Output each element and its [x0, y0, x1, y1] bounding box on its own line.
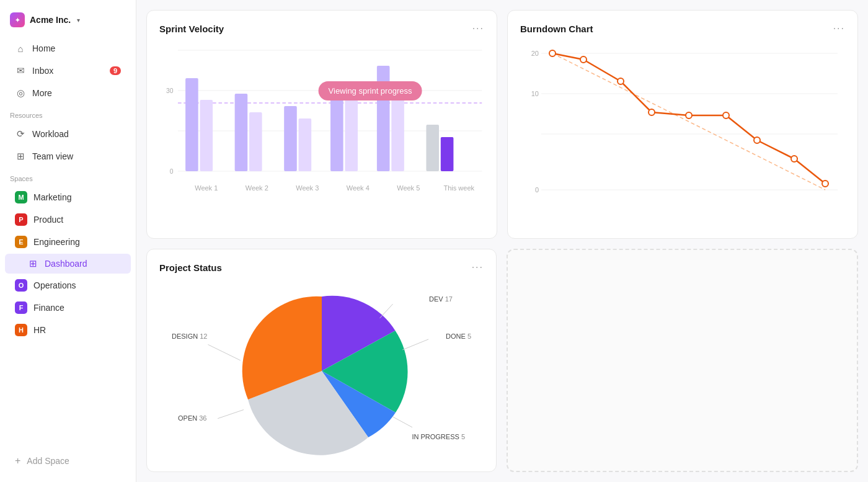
space-label-finance: Finance	[33, 303, 64, 313]
add-space-label: Add Space	[27, 456, 69, 466]
svg-rect-7	[185, 78, 198, 171]
svg-point-28	[580, 56, 587, 63]
svg-line-26	[552, 53, 825, 190]
in-progress-label: IN PROGRESS 5	[412, 433, 465, 440]
dev-label: DEV 17	[429, 295, 453, 303]
nav-more-label: More	[32, 88, 52, 98]
svg-rect-18	[441, 137, 454, 171]
svg-text:0: 0	[170, 167, 174, 175]
week-label-1: Week 1	[181, 184, 232, 192]
sidebar-item-hr[interactable]: H HR	[5, 319, 131, 341]
main-content: Sprint Velocity ··· 30 0	[136, 0, 868, 482]
inbox-badge: 9	[110, 66, 121, 75]
week-label-this: This week	[434, 184, 485, 192]
add-icon: +	[15, 455, 20, 466]
svg-text:0: 0	[535, 186, 539, 194]
sidebar-item-finance[interactable]: F Finance	[5, 297, 131, 318]
space-avatar-hr: H	[15, 324, 27, 336]
space-avatar-operations: O	[15, 279, 27, 292]
top-charts-row: Sprint Velocity ··· 30 0	[146, 10, 858, 239]
project-status-header: Project Status ···	[159, 262, 484, 273]
app-logo[interactable]: ✦ Acme Inc. ▾	[0, 10, 136, 37]
logo-icon: ✦	[10, 12, 25, 27]
workload-icon: ⟳	[15, 128, 26, 140]
burndown-more[interactable]: ···	[833, 23, 845, 34]
space-label-marketing: Marketing	[33, 192, 71, 202]
sidebar-item-operations[interactable]: O Operations	[5, 275, 131, 296]
app-name: Acme Inc.	[30, 15, 71, 25]
svg-rect-17	[426, 125, 439, 171]
svg-rect-11	[284, 106, 297, 171]
sidebar-item-marketing[interactable]: M Marketing	[5, 187, 131, 208]
sidebar-item-dashboard[interactable]: ⊞ Dashboard	[5, 254, 131, 274]
bar-chart-svg: 30 0	[159, 44, 484, 181]
open-label: OPEN 36	[178, 414, 206, 422]
project-status-more[interactable]: ···	[472, 262, 484, 273]
svg-text:10: 10	[531, 90, 539, 97]
sidebar-item-product[interactable]: P Product	[5, 209, 131, 230]
svg-point-32	[723, 112, 729, 118]
nav-teamview-label: Team view	[32, 151, 73, 161]
nav-inbox[interactable]: ✉ Inbox 9	[5, 60, 131, 81]
svg-point-29	[618, 78, 624, 84]
svg-rect-10	[249, 112, 262, 171]
svg-point-34	[791, 156, 797, 162]
home-icon: ⌂	[15, 43, 26, 54]
nav-inbox-label: Inbox	[32, 66, 53, 76]
week-label-2: Week 2	[232, 184, 283, 192]
svg-text:30: 30	[166, 87, 174, 94]
project-status-title: Project Status	[159, 262, 222, 273]
nav-home-label: Home	[32, 43, 55, 53]
svg-text:20: 20	[531, 50, 539, 57]
sprint-velocity-chart: 30 0	[159, 44, 484, 226]
burndown-header: Burndown Chart ···	[520, 23, 845, 34]
resources-section-label: Resources	[0, 104, 136, 123]
svg-point-31	[686, 112, 692, 118]
space-label-operations: Operations	[33, 280, 76, 290]
inbox-icon: ✉	[15, 65, 26, 76]
space-label-engineering: Engineering	[33, 237, 80, 247]
svg-rect-8	[200, 100, 213, 171]
week-label-5: Week 5	[383, 184, 434, 192]
space-avatar-product: P	[15, 213, 27, 226]
space-avatar-finance: F	[15, 301, 27, 314]
empty-placeholder-card	[507, 249, 858, 472]
space-label-product: Product	[33, 215, 63, 225]
burndown-title: Burndown Chart	[520, 24, 593, 34]
tooltip-text: Viewing sprint progress	[319, 81, 422, 100]
burndown-card: Burndown Chart ··· 20 10 0	[507, 10, 858, 239]
nav-more[interactable]: ◎ More	[5, 83, 131, 104]
pie-chart-area: DEV 17 DONE 5 IN PROGRESS 5 OPEN 36 DESI…	[159, 283, 484, 459]
svg-rect-12	[299, 118, 312, 171]
chevron-down-icon: ▾	[77, 17, 80, 24]
more-icon: ◎	[15, 87, 26, 99]
project-status-card: Project Status ···	[146, 249, 497, 472]
svg-point-27	[549, 50, 556, 56]
nav-workload-label: Workload	[32, 129, 69, 139]
dashboard-label: Dashboard	[45, 259, 87, 269]
burndown-svg: 20 10 0	[520, 44, 845, 199]
svg-point-35	[822, 181, 828, 187]
done-label: DONE 5	[446, 332, 471, 340]
week-labels: Week 1 Week 2 Week 3 Week 4 Week 5 This …	[159, 184, 484, 192]
sprint-velocity-card: Sprint Velocity ··· 30 0	[146, 10, 497, 239]
space-avatar-engineering: E	[15, 236, 27, 248]
spaces-section-label: Spaces	[0, 167, 136, 186]
sprint-velocity-header: Sprint Velocity ···	[159, 23, 484, 34]
add-space-button[interactable]: + Add Space	[5, 450, 131, 471]
sidebar-item-engineering[interactable]: E Engineering	[5, 231, 131, 252]
teamview-icon: ⊞	[15, 151, 26, 162]
nav-home[interactable]: ⌂ Home	[5, 38, 131, 59]
svg-rect-9	[235, 94, 248, 171]
sidebar: ✦ Acme Inc. ▾ ⌂ Home ✉ Inbox 9 ◎ More Re…	[0, 0, 136, 482]
svg-rect-14	[345, 97, 358, 171]
sprint-velocity-title: Sprint Velocity	[159, 24, 224, 34]
bottom-charts-row: Project Status ···	[146, 249, 858, 472]
nav-workload[interactable]: ⟳ Workload	[5, 123, 131, 145]
nav-teamview[interactable]: ⊞ Team view	[5, 146, 131, 167]
svg-point-30	[649, 109, 655, 115]
design-label: DESIGN 12	[172, 332, 207, 340]
space-avatar-marketing: M	[15, 191, 27, 203]
week-label-4: Week 4	[333, 184, 384, 192]
sprint-velocity-more[interactable]: ···	[472, 23, 484, 34]
